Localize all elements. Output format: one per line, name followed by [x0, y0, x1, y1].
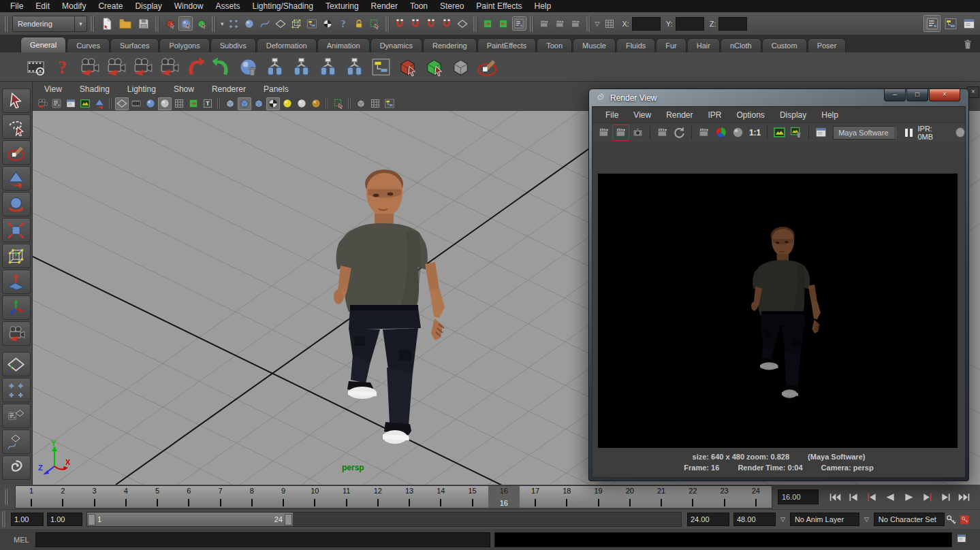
menu-item[interactable]: Create: [92, 0, 129, 12]
timeline-frame-cell[interactable]: 16 16: [488, 486, 520, 508]
close-button[interactable]: ×: [929, 89, 960, 101]
timeline-frame-cell[interactable]: 11 11: [331, 486, 362, 508]
curves-mask-button[interactable]: [258, 16, 272, 31]
smooth-shade-mode-icon[interactable]: [238, 97, 251, 110]
ipr-render-button[interactable]: [654, 125, 670, 140]
section-grip[interactable]: [5, 489, 9, 505]
make-live-button[interactable]: [456, 16, 470, 31]
show-manipulator-button[interactable]: [2, 295, 31, 320]
section-grip[interactable]: [473, 16, 477, 32]
shelf-tab[interactable]: PaintEffects: [477, 38, 537, 52]
section-grip[interactable]: [109, 98, 112, 109]
section-grip[interactable]: [2, 511, 6, 528]
menu-item[interactable]: Stereo: [434, 0, 470, 12]
timeline-frame-cell[interactable]: 17 17: [520, 486, 551, 508]
viewport-menu-item[interactable]: Renderer: [203, 83, 255, 95]
ipr-update-region-button[interactable]: [696, 125, 712, 140]
play-backwards-button[interactable]: [882, 489, 899, 505]
resolution-gate-icon[interactable]: [144, 97, 157, 110]
show-attribute-editor-button[interactable]: [923, 15, 941, 32]
points-mask-button[interactable]: [242, 16, 257, 31]
bookmarks-icon[interactable]: [64, 97, 78, 110]
shelf-tab[interactable]: Subdivs: [210, 38, 256, 52]
shelf-tab[interactable]: Muscle: [573, 38, 616, 52]
input-connections-button[interactable]: [481, 16, 495, 31]
menu-item[interactable]: Texturing: [319, 0, 365, 12]
shelf-tab[interactable]: Custom: [762, 38, 807, 52]
script-editor-icon[interactable]: [956, 533, 968, 546]
section-grip[interactable]: [155, 16, 159, 32]
timeline-frame-cell[interactable]: 22 22: [677, 486, 708, 508]
menu-item[interactable]: Display: [129, 0, 168, 12]
timeline-frame-cell[interactable]: 5 5: [142, 486, 173, 508]
menu-item[interactable]: Lighting/Shading: [246, 0, 319, 12]
move-tool-button[interactable]: [2, 166, 31, 191]
select-tool-button[interactable]: [2, 88, 31, 113]
shelf-tab[interactable]: Fluids: [616, 38, 655, 52]
character-set-dropdown-icon[interactable]: ▽: [863, 516, 870, 523]
film-gate-icon[interactable]: [129, 97, 143, 110]
play-forwards-button[interactable]: [900, 489, 917, 505]
grid-toggle-icon[interactable]: [115, 97, 129, 110]
coord-z-field[interactable]: [718, 17, 747, 31]
safe-action-icon[interactable]: [187, 97, 200, 110]
range-slider-bar[interactable]: 1 24: [87, 513, 293, 526]
undo-swoosh-icon[interactable]: [183, 54, 208, 80]
camera-tool-icon[interactable]: [76, 54, 101, 80]
coord-x-field[interactable]: [632, 17, 661, 31]
set-key-icon[interactable]: [945, 513, 958, 526]
command-output-field[interactable]: [494, 532, 952, 547]
timeline-frame-cell[interactable]: 4 4: [110, 486, 142, 508]
step-back-one-frame-button[interactable]: [864, 489, 881, 505]
help-icon[interactable]: [50, 54, 75, 80]
section-grip[interactable]: [5, 16, 9, 32]
timeline-frame-cell[interactable]: 23 23: [709, 486, 740, 508]
step-forward-one-key-button[interactable]: [937, 489, 954, 505]
paint-on-surface-icon[interactable]: [475, 54, 500, 80]
playback-start-field[interactable]: [47, 513, 82, 526]
shelf-tab[interactable]: Rendering: [423, 38, 477, 52]
menu-item[interactable]: Toon: [404, 0, 434, 12]
menu-item[interactable]: Help: [528, 0, 558, 12]
timeline-frame-cell[interactable]: 6 6: [173, 486, 204, 508]
timeline-frame-cell[interactable]: 1 1: [16, 486, 47, 508]
wireframe-mode-icon[interactable]: [223, 97, 237, 110]
snap-to-points-button[interactable]: [424, 16, 439, 31]
shelf-tab[interactable]: Animation: [317, 38, 370, 52]
snap-to-curves-button[interactable]: [409, 16, 423, 31]
gate-mask-icon[interactable]: [158, 97, 172, 110]
section-grip[interactable]: [212, 16, 216, 32]
share-view-icon[interactable]: [383, 97, 396, 110]
render-view-menu-item[interactable]: Render: [659, 109, 700, 121]
step-back-one-key-button[interactable]: [845, 489, 862, 505]
current-time-field[interactable]: [778, 489, 819, 504]
shelf-tab[interactable]: Hair: [687, 38, 720, 52]
new-scene-button[interactable]: [98, 15, 115, 32]
anim-layer-dropdown-icon[interactable]: ▽: [779, 516, 787, 523]
menu-item[interactable]: File: [4, 0, 29, 12]
paint-selection-tool-button[interactable]: [2, 140, 31, 165]
isolate-select-icon[interactable]: [368, 97, 382, 110]
lasso-tool-button[interactable]: [2, 114, 31, 139]
alpha-channel-button[interactable]: [730, 125, 746, 140]
shelf-tab[interactable]: Curves: [67, 38, 110, 52]
section-grip[interactable]: [530, 16, 534, 32]
layout-outliner-persp-button[interactable]: [2, 404, 31, 428]
universal-manipulator-button[interactable]: [2, 244, 31, 268]
render-current-frame-button[interactable]: [537, 16, 552, 31]
timeline-frame-cell[interactable]: 2 2: [47, 486, 78, 508]
open-render-settings-button[interactable]: [813, 125, 829, 140]
render-view-menu-item[interactable]: Options: [729, 109, 772, 121]
scene-preview-icon[interactable]: [23, 54, 48, 80]
auto-keyframe-icon[interactable]: [958, 513, 972, 526]
section-grip[interactable]: [586, 16, 590, 32]
shelf-tab[interactable]: General: [20, 37, 66, 52]
show-channel-box-button[interactable]: [960, 15, 977, 32]
textured-mode-icon[interactable]: [252, 97, 266, 110]
node-editor-icon[interactable]: [368, 54, 394, 80]
snap-to-view-planes-button[interactable]: [440, 16, 454, 31]
quick-select-triangle-icon[interactable]: ▽: [594, 20, 601, 27]
camera-attributes-icon[interactable]: [50, 97, 63, 110]
show-tool-settings-button[interactable]: [942, 15, 959, 32]
dynamics-mask-button[interactable]: [305, 16, 319, 31]
